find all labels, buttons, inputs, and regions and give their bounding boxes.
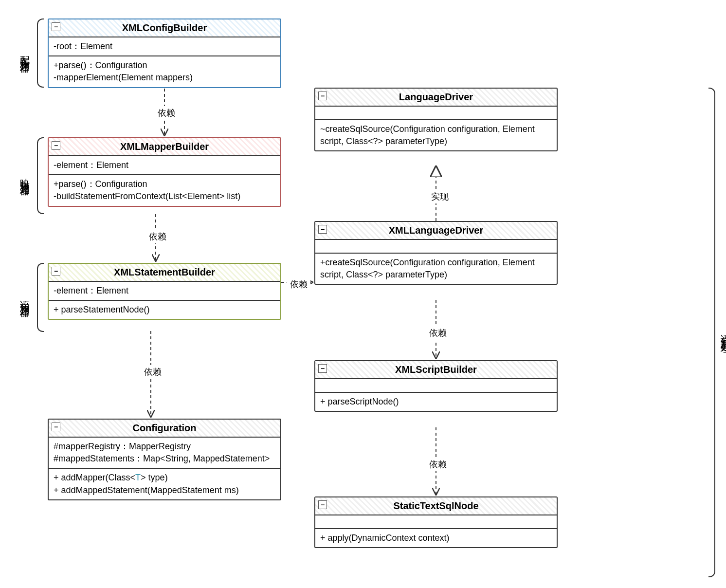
edge-label-depend-4: 依赖 <box>287 277 310 291</box>
brace-group1 <box>37 18 44 88</box>
class-xmlmapperbuilder: − XMLMapperBuilder -element：Element +par… <box>48 137 281 207</box>
attrs: -element：Element <box>49 156 280 175</box>
class-name: XMLStatementBuilder <box>114 267 215 277</box>
class-name: LanguageDriver <box>399 92 473 102</box>
edge-label-depend-2: 依赖 <box>146 230 169 243</box>
collapse-icon[interactable]: − <box>318 500 327 509</box>
class-xmlconfigbuilder: − XMLConfigBuilder -root：Element +parse(… <box>48 18 281 88</box>
ops: +parse()：Configuration -mapperElement(El… <box>49 56 280 87</box>
attrs <box>315 379 557 393</box>
class-statictextsqlnode: − StaticTextSqlNode + apply(DynamicConte… <box>314 496 558 548</box>
edge-label-depend-6: 依赖 <box>426 458 450 471</box>
brace-group2 <box>37 137 44 214</box>
class-xmlstatementbuilder: − XMLStatementBuilder -element：Element +… <box>48 263 281 320</box>
attrs <box>315 240 557 254</box>
class-name: XMLMapperBuilder <box>120 141 209 152</box>
brace-group3 <box>37 263 44 332</box>
ops: ~createSqlSource(Configuration configura… <box>315 120 557 150</box>
collapse-icon[interactable]: − <box>318 225 327 234</box>
edge-label-depend-1: 依赖 <box>155 106 178 120</box>
class-name: XMLScriptBuilder <box>395 364 477 375</box>
label-group4: 语句解析处理 <box>719 88 726 577</box>
edge-label-depend-3: 依赖 <box>141 365 164 379</box>
class-name: StaticTextSqlNode <box>393 500 478 511</box>
label-group2: 映射构建器 <box>18 137 32 214</box>
class-name: Configuration <box>132 423 196 433</box>
class-name: XMLConfigBuilder <box>122 22 207 33</box>
collapse-icon[interactable]: − <box>52 267 60 276</box>
edge-label-realize: 实现 <box>428 190 452 203</box>
brace-group4 <box>708 88 715 577</box>
attrs: -root：Element <box>49 37 280 56</box>
class-languagedriver: − LanguageDriver ~createSqlSource(Config… <box>314 88 558 151</box>
label-group3: 语句构建器 <box>18 263 32 332</box>
ops: +parse()：Configuration -buildStatementFr… <box>49 175 280 205</box>
class-name: XMLLanguageDriver <box>389 225 483 236</box>
collapse-icon[interactable]: − <box>52 423 60 431</box>
label-group1: 配置构建器 <box>18 18 32 88</box>
edge-label-depend-5: 依赖 <box>426 326 450 340</box>
collapse-icon[interactable]: − <box>318 92 327 100</box>
ops: +createSqlSource(Configuration configura… <box>315 254 557 284</box>
class-xmlscriptbuilder: − XMLScriptBuilder + parseScriptNode() <box>314 360 558 412</box>
collapse-icon[interactable]: − <box>318 364 327 373</box>
ops: + addMapper(Class<T> type) + addMappedSt… <box>49 469 280 499</box>
attrs <box>315 107 557 120</box>
ops: + parseStatementNode() <box>49 301 280 319</box>
ops: + parseScriptNode() <box>315 393 557 411</box>
attrs: #mapperRegistry：MapperRegistry #mappedSt… <box>49 438 280 469</box>
ops: + apply(DynamicContext context) <box>315 529 557 547</box>
attrs <box>315 515 557 529</box>
class-configuration: − Configuration #mapperRegistry：MapperRe… <box>48 419 281 500</box>
attrs: -element：Element <box>49 282 280 301</box>
collapse-icon[interactable]: − <box>52 141 60 150</box>
collapse-icon[interactable]: − <box>52 22 60 31</box>
class-xmllanguagedriver: − XMLLanguageDriver +createSqlSource(Con… <box>314 221 558 285</box>
